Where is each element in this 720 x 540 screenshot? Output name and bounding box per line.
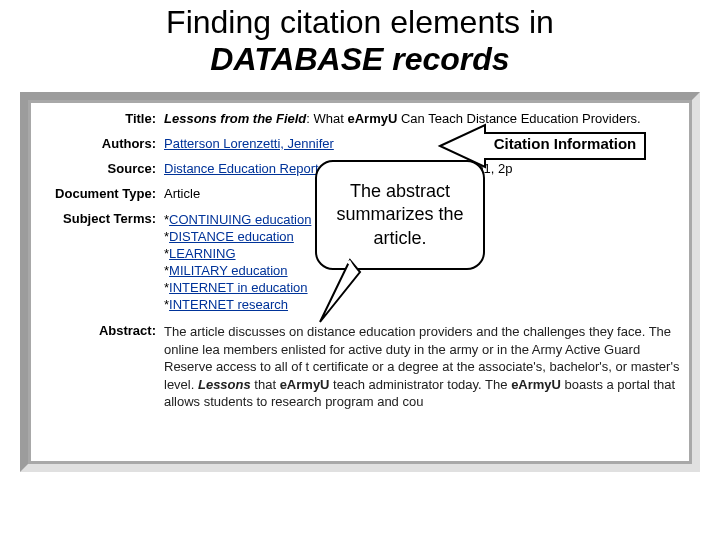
abstract-row: Abstract: The article discusses on dista…	[31, 321, 689, 413]
subject-link[interactable]: CONTINUING education	[169, 212, 311, 227]
subject-label: Subject Terms:	[31, 211, 164, 226]
authors-label: Authors:	[31, 136, 164, 151]
author-link[interactable]: Patterson Lorenzetti, Jennifer	[164, 136, 334, 151]
slide-heading: Finding citation elements in DATABASE re…	[0, 0, 720, 78]
svg-marker-0	[320, 260, 360, 322]
abstract-callout-text: The abstract summarizes the article.	[327, 180, 473, 250]
subject-item: INTERNET in education	[164, 279, 683, 296]
source-label: Source:	[31, 161, 164, 176]
citation-arrow-callout: Citation Information	[440, 125, 640, 167]
abstract-value: The article discusses on distance educat…	[164, 323, 689, 411]
heading-line1: Finding citation elements in	[166, 4, 554, 40]
subject-link[interactable]: LEARNING	[169, 246, 235, 261]
source-link[interactable]: Distance Education Report	[164, 161, 319, 176]
subject-link[interactable]: DISTANCE education	[169, 229, 294, 244]
subject-item: INTERNET research	[164, 296, 683, 313]
title-label: Title:	[31, 111, 164, 126]
subject-link[interactable]: MILITARY education	[169, 263, 288, 278]
title-value: Lessons from the Field: What eArmyU Can …	[164, 111, 689, 126]
subject-link[interactable]: INTERNET in education	[169, 280, 308, 295]
doctype-label: Document Type:	[31, 186, 164, 201]
heading-line2: DATABASE records	[210, 41, 509, 77]
slide: Finding citation elements in DATABASE re…	[0, 0, 720, 540]
subject-link[interactable]: INTERNET research	[169, 297, 288, 312]
abstract-label: Abstract:	[31, 323, 164, 338]
citation-arrow-label: Citation Information	[490, 135, 640, 152]
